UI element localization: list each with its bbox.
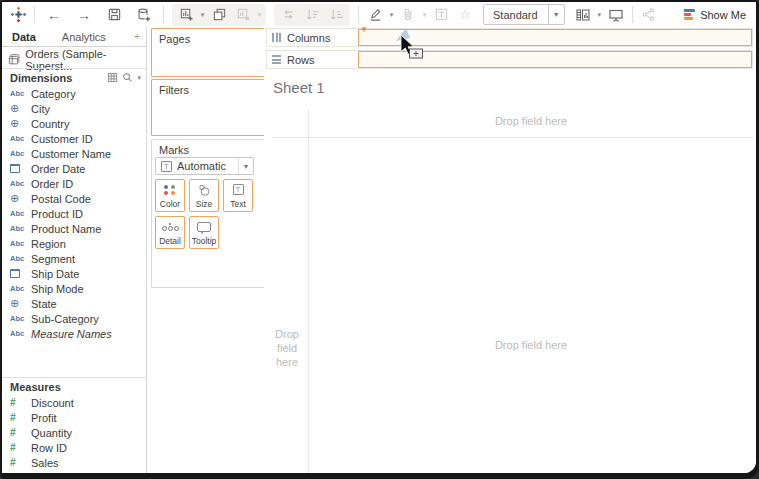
rows-text: Rows [287, 54, 315, 66]
search-icon[interactable] [122, 72, 133, 83]
dimensions-menu-caret-icon[interactable]: ▾ [137, 74, 141, 82]
tooltip-icon [197, 222, 211, 232]
field-row[interactable]: Region [2, 236, 145, 251]
fix-axes-pin-icon[interactable]: ☆ [453, 4, 477, 26]
worksheet-canvas: Columns ▼ Rows Sheet 1 Drop field here D… [264, 27, 756, 473]
presentation-mode-button[interactable] [604, 4, 628, 26]
highlight-button[interactable] [363, 4, 387, 26]
sheet-title[interactable]: Sheet 1 [273, 79, 325, 96]
cal-icon [10, 269, 31, 278]
field-row[interactable]: Country [2, 116, 145, 131]
field-row[interactable]: Sub-Category [2, 311, 145, 326]
field-row[interactable]: State [2, 296, 145, 311]
fit-selector-value: Standard [484, 9, 548, 21]
detail-label: Detail [159, 236, 181, 246]
field-row[interactable]: Order ID [2, 176, 145, 191]
show-me-icon [684, 9, 695, 20]
save-button[interactable] [102, 4, 126, 26]
mark-buttons: Color Size T Text [155, 179, 255, 249]
field-row[interactable]: Product Name [2, 221, 145, 236]
size-button[interactable]: Size [189, 179, 219, 212]
show-me-button[interactable]: Show Me [684, 9, 756, 21]
fit-selector-caret-icon[interactable]: ▼ [548, 5, 564, 24]
toolbar: ← → ▾ [2, 2, 756, 28]
cal-icon [10, 164, 31, 173]
field-row[interactable]: Ship Date [2, 266, 145, 281]
sort-descending-button[interactable] [324, 4, 348, 26]
measures-title: Measures [10, 381, 61, 393]
share-icon [641, 7, 656, 22]
data-source-table-icon [8, 53, 20, 66]
clear-sheet-button[interactable] [231, 4, 255, 26]
swap-rows-columns-button[interactable] [276, 4, 300, 26]
duplicate-sheet-button[interactable] [207, 4, 231, 26]
highlight-dropdown-caret[interactable]: ▾ [387, 11, 396, 19]
data-source-item[interactable]: Orders (Sample-Superst... [2, 51, 146, 68]
undo-button[interactable]: ← [42, 4, 66, 26]
drop-field-zone-left[interactable]: Drop field here [266, 327, 308, 369]
tableau-logo-icon[interactable] [6, 4, 30, 26]
group-dropdown-caret[interactable]: ▾ [420, 11, 429, 19]
field-row[interactable]: Order Date [2, 161, 145, 176]
cards-dropdown-caret[interactable]: ▾ [595, 11, 604, 19]
group-members-button[interactable] [396, 4, 420, 26]
size-label: Size [196, 199, 213, 209]
show-hide-cards-button[interactable] [571, 4, 595, 26]
sort-ascending-button[interactable] [300, 4, 324, 26]
field-row[interactable]: Profit [2, 410, 145, 425]
new-data-source-button[interactable] [132, 4, 156, 26]
drop-field-zone-top[interactable]: Drop field here [309, 115, 753, 127]
clear-sheet-dropdown-caret[interactable]: ▾ [255, 11, 264, 19]
highlight-pen-icon [368, 7, 383, 22]
fit-selector[interactable]: Standard ▼ [483, 4, 565, 25]
columns-shelf-dropzone[interactable]: ▼ [358, 29, 752, 46]
new-worksheet-dropdown-caret[interactable]: ▾ [198, 11, 207, 19]
field-row[interactable]: Ship Mode [2, 281, 145, 296]
tableau-window: ← → ▾ [2, 2, 756, 473]
mark-type-T-icon: T [161, 161, 172, 172]
tooltip-button[interactable]: Tooltip [189, 216, 219, 249]
field-row[interactable]: Discount [2, 395, 145, 410]
color-button[interactable]: Color [155, 179, 185, 212]
row-header-gridline [308, 110, 309, 473]
detail-button[interactable]: Detail [155, 216, 185, 249]
field-row[interactable]: Row ID [2, 440, 145, 455]
field-row[interactable]: Category [2, 86, 145, 101]
tab-analytics[interactable]: Analytics [46, 31, 116, 43]
pane-options-icon[interactable]: ÷ [135, 31, 147, 42]
mark-type-dropdown[interactable]: T Automatic ▼ [155, 157, 254, 175]
filters-shelf[interactable]: Filters [151, 79, 266, 136]
field-row[interactable]: Measure Names [2, 326, 145, 341]
globe-icon [10, 297, 31, 310]
field-row[interactable]: Postal Code [2, 191, 145, 206]
field-row[interactable]: Product ID [2, 206, 145, 221]
show-me-label: Show Me [700, 9, 746, 21]
field-row[interactable]: Sales [2, 455, 145, 470]
share-button[interactable] [637, 4, 661, 26]
text-button[interactable]: T Text [223, 179, 253, 212]
field-row[interactable]: City [2, 101, 145, 116]
abc-icon [10, 314, 31, 323]
field-row[interactable]: Customer ID [2, 131, 145, 146]
view-as-grid-icon[interactable] [107, 72, 118, 83]
marks-card: Marks T Automatic ▼ Color [151, 139, 266, 288]
abc-icon [10, 179, 31, 188]
field-row[interactable]: Quantity [2, 425, 145, 440]
redo-button[interactable]: → [72, 4, 96, 26]
num-icon [10, 412, 31, 423]
field-row[interactable]: Customer Name [2, 146, 145, 161]
show-mark-labels-button[interactable] [429, 4, 453, 26]
tab-data[interactable]: Data [2, 31, 46, 43]
app-window-frame: ← → ▾ [0, 0, 759, 479]
dimensions-header: Dimensions ▾ [2, 68, 146, 86]
mark-type-caret-icon[interactable]: ▼ [238, 158, 253, 174]
tooltip-label: Tooltip [192, 236, 217, 246]
new-worksheet-button[interactable] [174, 4, 198, 26]
pages-shelf[interactable]: Pages [151, 28, 266, 77]
field-row[interactable]: Segment [2, 251, 145, 266]
rows-shelf-dropzone[interactable] [358, 51, 752, 68]
columns-shelf-label: Columns [267, 29, 358, 46]
dimensions-title: Dimensions [10, 72, 72, 84]
sort-group [274, 4, 350, 26]
drop-field-zone-center[interactable]: Drop field here [309, 339, 753, 351]
